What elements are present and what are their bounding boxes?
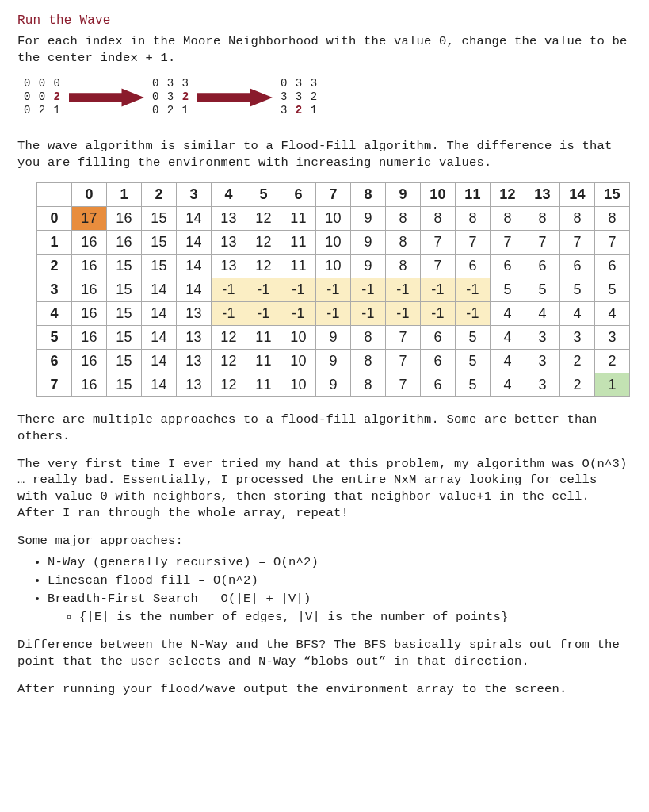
- grid-cell: 5: [560, 278, 595, 301]
- col-header: 9: [386, 182, 421, 206]
- approaches-intro-paragraph: There are multiple approaches to a flood…: [17, 412, 632, 445]
- intro-paragraph: For each index in the Moore Neighborhood…: [17, 33, 632, 67]
- grid-cell: 13: [212, 230, 246, 254]
- grid-cell: 9: [316, 349, 351, 373]
- grid-cell: 11: [246, 349, 281, 373]
- col-header: 2: [142, 182, 177, 206]
- grid-cell: 4: [491, 301, 525, 325]
- grid-cell: 8: [560, 206, 595, 230]
- grid-cell: 11: [246, 373, 281, 396]
- major-approaches-label: Some major approaches:: [17, 533, 632, 550]
- col-header: 4: [212, 182, 246, 206]
- wave-algorithm-paragraph: The wave algorithm is similar to a Flood…: [17, 138, 632, 171]
- grid-cell: -1: [421, 278, 456, 301]
- col-header: 3: [177, 182, 212, 206]
- grid-cell: 13: [212, 206, 246, 230]
- grid-cell: 3: [525, 349, 560, 373]
- grid-cell: 4: [491, 325, 525, 349]
- grid-cell: 6: [421, 349, 456, 373]
- grid-cell: 17: [72, 206, 107, 230]
- output-instruction-paragraph: After running your flood/wave output the…: [17, 681, 632, 698]
- grid-cell: 6: [525, 254, 560, 278]
- grid-cell: 9: [351, 206, 386, 230]
- grid-cell: 15: [107, 349, 142, 373]
- grid-cell: 12: [246, 230, 281, 254]
- grid-cell: 14: [177, 230, 212, 254]
- grid-cell: 16: [107, 230, 142, 254]
- col-header: 5: [246, 182, 281, 206]
- grid-cell: 3: [560, 325, 595, 349]
- grid-cell: 16: [72, 349, 107, 373]
- grid-cell: 8: [386, 230, 421, 254]
- grid-cell: 7: [421, 254, 456, 278]
- grid-cell: 12: [212, 325, 246, 349]
- grid-cell: 16: [72, 373, 107, 396]
- col-header: 6: [281, 182, 316, 206]
- grid-cell: 3: [525, 325, 560, 349]
- grid-cell: 3: [525, 373, 560, 396]
- grid-cell: 16: [72, 301, 107, 325]
- grid-cell: -1: [212, 278, 246, 301]
- grid-cell: 10: [316, 254, 351, 278]
- grid-cell: 15: [107, 278, 142, 301]
- grid-cell: 14: [142, 301, 177, 325]
- grid-cell: 15: [107, 301, 142, 325]
- col-header: 10: [421, 182, 456, 206]
- grid-cell: 1: [595, 373, 630, 396]
- grid-cell: 14: [177, 254, 212, 278]
- grid-cell: 9: [316, 373, 351, 396]
- row-header: 3: [37, 278, 72, 301]
- grid-cell: -1: [351, 301, 386, 325]
- col-header: 13: [525, 182, 560, 206]
- grid-cell: 6: [595, 254, 630, 278]
- distance-grid-table: 0123456789101112131415017161514131211109…: [36, 182, 630, 397]
- list-item: N-Way (generally recursive) – O(n^2): [48, 554, 632, 571]
- grid-cell: 8: [525, 206, 560, 230]
- grid-cell: 14: [142, 373, 177, 396]
- grid-cell: 6: [491, 254, 525, 278]
- grid-cell: 6: [421, 325, 456, 349]
- arrow-right-icon: [69, 88, 144, 107]
- grid-cell: -1: [456, 301, 491, 325]
- grid-cell: 16: [72, 230, 107, 254]
- grid-cell: 4: [491, 373, 525, 396]
- grid-cell: 8: [595, 206, 630, 230]
- grid-cell: 6: [421, 373, 456, 396]
- grid-cell: -1: [246, 278, 281, 301]
- grid-cell: -1: [351, 278, 386, 301]
- first-attempt-paragraph: The very first time I ever tried my hand…: [17, 456, 632, 523]
- grid-cell: 2: [595, 349, 630, 373]
- grid-cell: 5: [595, 278, 630, 301]
- grid-cell: 13: [177, 373, 212, 396]
- grid-cell: 8: [456, 206, 491, 230]
- grid-cell: 5: [491, 278, 525, 301]
- grid-cell: -1: [281, 278, 316, 301]
- grid-cell: 11: [281, 254, 316, 278]
- grid-cell: 11: [281, 230, 316, 254]
- grid-cell: -1: [316, 278, 351, 301]
- row-header: 6: [37, 349, 72, 373]
- grid-cell: 10: [316, 206, 351, 230]
- grid-cell: 6: [456, 254, 491, 278]
- grid-cell: -1: [212, 301, 246, 325]
- row-header: 1: [37, 230, 72, 254]
- grid-cell: -1: [281, 301, 316, 325]
- grid-cell: 8: [351, 325, 386, 349]
- grid-cell: 10: [316, 230, 351, 254]
- grid-cell: 16: [72, 325, 107, 349]
- grid-cell: 13: [177, 301, 212, 325]
- grid-cell: -1: [456, 278, 491, 301]
- grid-cell: 15: [142, 230, 177, 254]
- grid-cell: 4: [491, 349, 525, 373]
- grid-cell: 7: [491, 230, 525, 254]
- grid-cell: 5: [525, 278, 560, 301]
- grid-cell: 11: [281, 206, 316, 230]
- grid-cell: 7: [560, 230, 595, 254]
- svg-marker-0: [69, 88, 144, 106]
- grid-cell: 4: [595, 301, 630, 325]
- section-heading: Run the Wave: [17, 13, 632, 30]
- approach-sublist: {|E| is the number of edges, |V| is the …: [79, 609, 632, 626]
- col-header: 14: [560, 182, 595, 206]
- grid-cell: 5: [456, 325, 491, 349]
- grid-cell: 8: [386, 206, 421, 230]
